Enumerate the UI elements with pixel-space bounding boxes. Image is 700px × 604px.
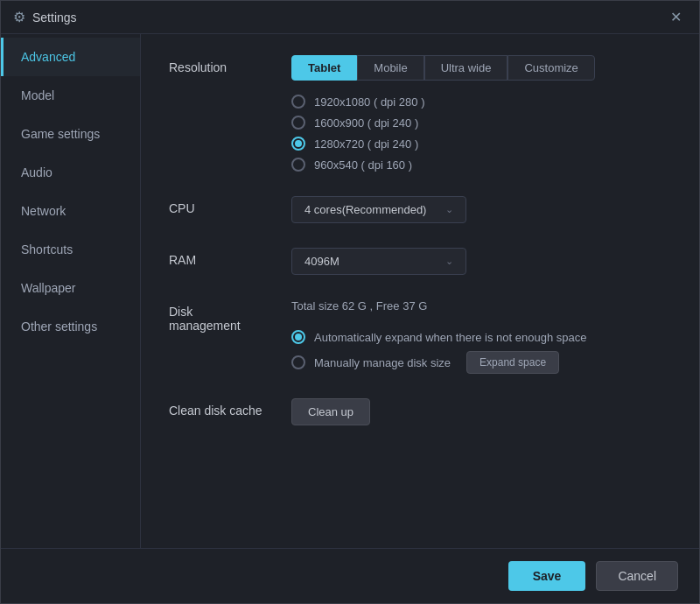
cpu-section: CPU 4 cores(Recommended) ⌄ <box>169 196 671 223</box>
disk-option-1[interactable]: Automatically expand when there is not e… <box>291 330 671 344</box>
disk-option-2[interactable]: Manually manage disk size Expand space <box>291 351 671 374</box>
titlebar: ⚙ Settings ✕ <box>1 1 699 34</box>
radio-outer-3 <box>291 137 305 151</box>
disk-radio-outer-1 <box>291 330 305 344</box>
cpu-content: 4 cores(Recommended) ⌄ <box>291 196 671 223</box>
resolution-label-3: 1280x720 ( dpi 240 ) <box>314 137 418 151</box>
disk-info: Total size 62 G , Free 37 G <box>291 299 671 313</box>
disk-label-2: Manually manage disk size <box>314 356 451 369</box>
disk-radio-outer-2 <box>291 355 305 369</box>
close-button[interactable]: ✕ <box>665 7 687 27</box>
ram-dropdown-arrow: ⌄ <box>445 256 453 267</box>
resolution-label-4: 960x540 ( dpi 160 ) <box>314 158 412 172</box>
clean-section: Clean disk cache Clean up <box>169 398 671 425</box>
footer: Save Cancel <box>1 548 699 603</box>
expand-space-button[interactable]: Expand space <box>466 351 559 374</box>
tab-mobile[interactable]: Mobile <box>357 55 424 81</box>
main-content: Resolution Tablet Mobile Ultra wide Cust… <box>141 34 699 548</box>
sidebar-item-network[interactable]: Network <box>1 192 140 230</box>
window-title: Settings <box>32 11 77 25</box>
tab-customize[interactable]: Customize <box>508 55 594 81</box>
titlebar-left: ⚙ Settings <box>13 9 77 25</box>
cancel-button[interactable]: Cancel <box>596 561 678 591</box>
disk-label: Disk management <box>169 299 274 333</box>
clean-content: Clean up <box>291 398 671 425</box>
sidebar-item-wallpaper[interactable]: Wallpaper <box>1 269 140 307</box>
resolution-content: Tablet Mobile Ultra wide Customize 1920x… <box>291 55 671 172</box>
content-area: Advanced Model Game settings Audio Netwo… <box>1 34 699 548</box>
disk-content: Total size 62 G , Free 37 G Automaticall… <box>291 299 671 374</box>
cpu-label: CPU <box>169 196 274 215</box>
disk-radio-inner-1 <box>295 334 302 341</box>
resolution-option-1[interactable]: 1920x1080 ( dpi 280 ) <box>291 95 671 109</box>
cpu-value: 4 cores(Recommended) <box>304 203 426 216</box>
disk-section: Disk management Total size 62 G , Free 3… <box>169 299 671 374</box>
clean-label: Clean disk cache <box>169 398 274 418</box>
cpu-dropdown[interactable]: 4 cores(Recommended) ⌄ <box>291 196 466 223</box>
resolution-options: 1920x1080 ( dpi 280 ) 1600x900 ( dpi 240… <box>291 95 671 172</box>
radio-outer-2 <box>291 116 305 130</box>
sidebar-item-audio[interactable]: Audio <box>1 153 140 192</box>
settings-icon: ⚙ <box>13 9 25 25</box>
sidebar-item-advanced[interactable]: Advanced <box>1 38 140 76</box>
ram-value: 4096M <box>304 255 340 268</box>
sidebar-item-model[interactable]: Model <box>1 76 140 115</box>
radio-inner-3 <box>295 140 302 147</box>
cpu-dropdown-arrow: ⌄ <box>445 204 453 215</box>
resolution-section: Resolution Tablet Mobile Ultra wide Cust… <box>169 55 671 172</box>
cleanup-button[interactable]: Clean up <box>291 398 370 425</box>
resolution-tabs: Tablet Mobile Ultra wide Customize <box>291 55 671 81</box>
save-button[interactable]: Save <box>508 561 586 591</box>
ram-content: 4096M ⌄ <box>291 248 671 275</box>
settings-window: ⚙ Settings ✕ Advanced Model Game setting… <box>0 0 700 604</box>
resolution-option-2[interactable]: 1600x900 ( dpi 240 ) <box>291 116 671 130</box>
sidebar: Advanced Model Game settings Audio Netwo… <box>1 34 141 548</box>
sidebar-item-shortcuts[interactable]: Shortcuts <box>1 230 140 269</box>
resolution-option-3[interactable]: 1280x720 ( dpi 240 ) <box>291 137 671 151</box>
tab-tablet[interactable]: Tablet <box>291 55 357 81</box>
ram-section: RAM 4096M ⌄ <box>169 248 671 275</box>
resolution-label-1: 1920x1080 ( dpi 280 ) <box>314 95 424 109</box>
radio-outer-1 <box>291 95 305 109</box>
resolution-option-4[interactable]: 960x540 ( dpi 160 ) <box>291 158 671 172</box>
disk-label-1: Automatically expand when there is not e… <box>314 331 586 344</box>
sidebar-item-game-settings[interactable]: Game settings <box>1 115 140 153</box>
radio-outer-4 <box>291 158 305 172</box>
ram-label: RAM <box>169 248 274 267</box>
resolution-label: Resolution <box>169 55 274 74</box>
tab-ultrawide[interactable]: Ultra wide <box>424 55 508 81</box>
disk-options: Automatically expand when there is not e… <box>291 330 671 374</box>
resolution-label-2: 1600x900 ( dpi 240 ) <box>314 116 418 130</box>
ram-dropdown[interactable]: 4096M ⌄ <box>291 248 466 275</box>
sidebar-item-other-settings[interactable]: Other settings <box>1 307 140 346</box>
